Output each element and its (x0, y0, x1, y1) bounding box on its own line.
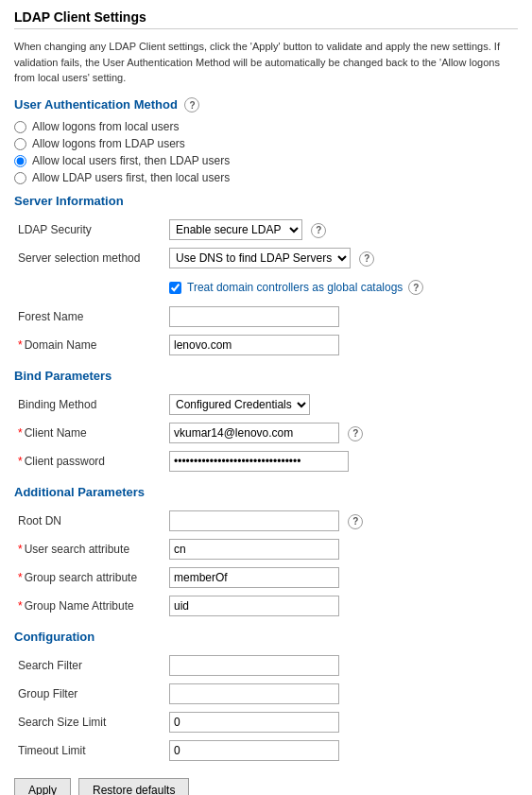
search-filter-input[interactable] (169, 655, 339, 676)
client-name-required-star: * (18, 426, 23, 440)
forest-name-input[interactable] (169, 306, 339, 327)
radio-allow-ldap-input[interactable] (14, 138, 26, 150)
restore-defaults-button[interactable]: Restore defaults (78, 778, 189, 795)
search-filter-label: Search Filter (14, 651, 165, 680)
page-title: LDAP Client Settings (14, 9, 518, 29)
group-filter-input[interactable] (169, 683, 339, 704)
radio-ldap-first[interactable]: Allow LDAP users first, then local users (14, 171, 518, 184)
search-filter-row: Search Filter (14, 651, 518, 680)
group-search-attr-row: *Group search attribute (14, 563, 518, 592)
ldap-security-input-cell: Enable secure LDAP Disable secure LDAP ? (165, 216, 518, 244)
group-name-attr-row: *Group Name Attribute (14, 592, 518, 620)
root-dn-row: Root DN ? (14, 507, 518, 535)
domain-name-required-star: * (18, 338, 23, 352)
user-search-required-star: * (18, 543, 23, 556)
group-filter-row: Group Filter (14, 680, 518, 708)
server-selection-row: Server selection method Use DNS to find … (14, 244, 518, 272)
bind-params-section-title: Bind Parameters (14, 369, 518, 383)
button-row: Apply Restore defaults (14, 778, 518, 795)
radio-allow-local-input[interactable] (14, 121, 26, 133)
client-password-label: Client password (25, 455, 105, 468)
server-selection-input-cell: Use DNS to find LDAP Servers Pre-Configu… (165, 244, 518, 272)
additional-params-table: Root DN ? *User search attribute *Group … (14, 507, 518, 620)
configuration-section-title: Configuration (14, 630, 518, 644)
radio-allow-ldap[interactable]: Allow logons from LDAP users (14, 137, 518, 150)
group-name-attr-label: Group Name Attribute (25, 599, 134, 613)
radio-allow-ldap-label: Allow logons from LDAP users (32, 137, 185, 150)
apply-button[interactable]: Apply (14, 778, 71, 795)
radio-allow-local-label: Allow logons from local users (32, 120, 179, 133)
page-description: When changing any LDAP Client settings, … (14, 39, 518, 86)
user-search-attr-input[interactable] (169, 539, 339, 560)
user-auth-section-title: User Authentication Method ? (14, 97, 518, 113)
client-password-required-star: * (18, 455, 23, 468)
root-dn-input[interactable] (169, 510, 339, 531)
root-dn-help-icon[interactable]: ? (348, 514, 363, 529)
treat-domain-row: Treat domain controllers as global catal… (14, 272, 518, 302)
radio-ldap-first-input[interactable] (14, 172, 26, 184)
group-search-attr-label: Group search attribute (25, 571, 137, 584)
group-name-attr-input[interactable] (169, 596, 339, 616)
client-password-input[interactable] (169, 451, 349, 472)
server-selection-select[interactable]: Use DNS to find LDAP Servers Pre-Configu… (169, 248, 351, 268)
server-selection-help-icon[interactable]: ? (359, 251, 374, 267)
treat-domain-label: Treat domain controllers as global catal… (187, 281, 403, 294)
additional-params-section-title: Additional Parameters (14, 485, 518, 499)
binding-method-row: Binding Method Configured Credentials An… (14, 390, 518, 419)
client-password-row: *Client password (14, 447, 518, 475)
radio-ldap-first-label: Allow LDAP users first, then local users (32, 171, 230, 184)
client-name-row: *Client Name ? (14, 419, 518, 447)
user-auth-help-icon[interactable]: ? (184, 97, 199, 112)
radio-allow-local[interactable]: Allow logons from local users (14, 120, 518, 133)
radio-local-first[interactable]: Allow local users first, then LDAP users (14, 154, 518, 167)
binding-method-label: Binding Method (14, 390, 165, 419)
group-filter-label: Group Filter (14, 680, 165, 708)
treat-domain-checkbox[interactable] (169, 282, 181, 294)
domain-name-label: Domain Name (25, 338, 97, 352)
forest-name-label: Forest Name (14, 302, 165, 331)
radio-local-first-label: Allow local users first, then LDAP users (32, 154, 230, 167)
timeout-limit-input[interactable] (169, 740, 339, 761)
domain-name-input[interactable] (169, 335, 339, 355)
ldap-security-row: LDAP Security Enable secure LDAP Disable… (14, 216, 518, 244)
root-dn-label: Root DN (14, 507, 165, 535)
search-size-limit-label: Search Size Limit (14, 708, 165, 736)
group-search-required-star: * (18, 571, 23, 584)
search-size-limit-row: Search Size Limit (14, 708, 518, 736)
forest-name-row: Forest Name (14, 302, 518, 331)
user-auth-radio-group: Allow logons from local users Allow logo… (14, 120, 518, 184)
group-search-attr-input[interactable] (169, 567, 339, 588)
ldap-security-select[interactable]: Enable secure LDAP Disable secure LDAP (169, 219, 302, 240)
user-search-attr-row: *User search attribute (14, 535, 518, 563)
ldap-security-help-icon[interactable]: ? (311, 223, 326, 238)
treat-domain-help-icon[interactable]: ? (408, 280, 423, 295)
client-name-input[interactable] (169, 423, 339, 443)
user-search-attr-label: User search attribute (25, 543, 129, 556)
radio-local-first-input[interactable] (14, 155, 26, 167)
group-name-required-star: * (18, 599, 23, 613)
server-selection-label: Server selection method (14, 244, 165, 272)
timeout-limit-label: Timeout Limit (14, 736, 165, 765)
server-info-table: LDAP Security Enable secure LDAP Disable… (14, 216, 518, 359)
timeout-limit-row: Timeout Limit (14, 736, 518, 765)
ldap-security-label: LDAP Security (14, 216, 165, 244)
binding-method-select[interactable]: Configured Credentials Anonymous Authent… (169, 394, 310, 415)
treat-domain-checkbox-row: Treat domain controllers as global catal… (169, 280, 514, 295)
bind-params-table: Binding Method Configured Credentials An… (14, 390, 518, 475)
server-info-section-title: Server Information (14, 194, 518, 208)
search-size-limit-input[interactable] (169, 712, 339, 733)
domain-name-row: *Domain Name (14, 331, 518, 359)
configuration-table: Search Filter Group Filter Search Size L… (14, 651, 518, 765)
client-name-help-icon[interactable]: ? (348, 426, 363, 441)
client-name-label: Client Name (25, 426, 87, 440)
